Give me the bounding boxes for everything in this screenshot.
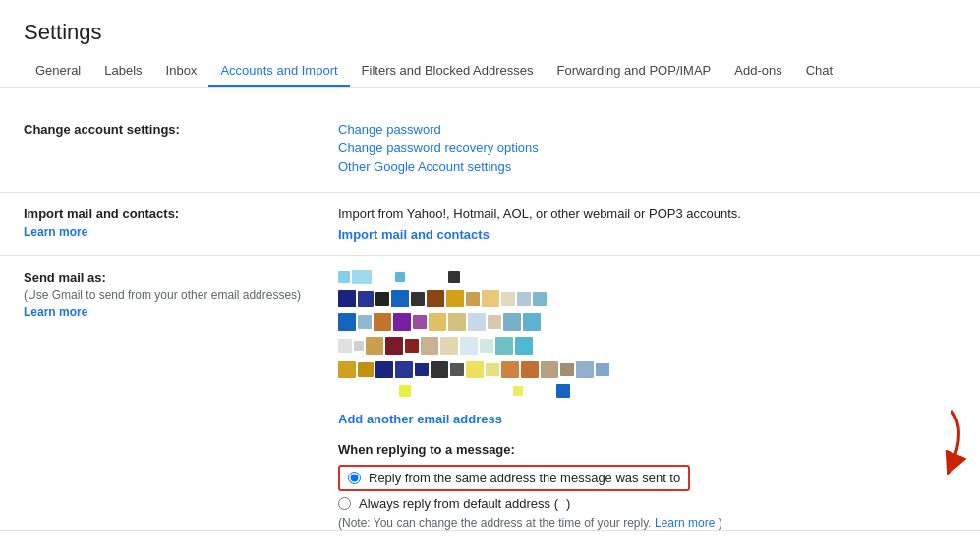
color-sq	[450, 363, 464, 376]
color-sq	[431, 361, 448, 378]
color-sq	[391, 290, 409, 307]
color-sq	[375, 361, 393, 378]
send-mail-learn-more[interactable]: Learn more	[24, 306, 322, 319]
page-title: Settings	[0, 0, 980, 55]
reply-default-radio[interactable]	[338, 497, 351, 510]
color-sq	[352, 270, 372, 284]
add-email-link[interactable]: Add another email address	[338, 412, 502, 426]
color-sq	[413, 315, 427, 329]
color-sq	[358, 315, 372, 329]
color-sq	[395, 361, 413, 378]
color-sq	[354, 341, 364, 351]
color-sq	[533, 292, 547, 306]
send-mail-label-area: Send mail as: (Use Gmail to send from yo…	[24, 270, 338, 319]
import-action-link[interactable]: Import mail and contacts	[338, 227, 490, 242]
color-sq	[411, 292, 425, 306]
color-sq	[338, 313, 356, 331]
color-sq	[576, 361, 594, 378]
color-sq	[446, 290, 464, 307]
color-sq	[513, 386, 523, 396]
color-sq	[399, 385, 411, 397]
tabs-bar: General Labels Inbox Accounts and Import…	[0, 55, 980, 88]
reply-same-option: Reply from the same address the message …	[338, 465, 956, 491]
color-sq	[480, 339, 493, 353]
color-sq	[523, 313, 541, 331]
reply-same-text: Reply from the same address the message …	[369, 471, 680, 485]
avatar-row-2	[338, 290, 956, 307]
color-sq	[515, 337, 533, 355]
color-sq	[503, 313, 521, 331]
other-google-link[interactable]: Other Google Account settings	[338, 159, 956, 174]
tab-chat[interactable]: Chat	[794, 55, 844, 88]
color-sq	[460, 337, 478, 355]
reply-same-radio[interactable]	[348, 472, 361, 484]
color-sq	[466, 361, 484, 378]
tab-accounts-import[interactable]: Accounts and Import	[208, 55, 349, 88]
when-replying-label: When replying to a message:	[338, 442, 956, 457]
reply-same-highlighted: Reply from the same address the message …	[338, 465, 690, 491]
color-sq	[429, 313, 446, 331]
import-description: Import from Yahoo!, Hotmail, AOL, or oth…	[338, 206, 956, 221]
import-learn-more[interactable]: Learn more	[24, 225, 322, 239]
reply-default-option: Always reply from default address ( )	[338, 496, 956, 511]
color-sq	[596, 363, 609, 376]
color-sq	[405, 339, 419, 353]
color-sq	[495, 337, 513, 355]
color-sq	[358, 362, 374, 377]
color-sq	[488, 315, 501, 329]
import-label-area: Import mail and contacts: Learn more	[24, 206, 338, 239]
color-sq	[486, 363, 499, 376]
send-mail-sublabel: (Use Gmail to send from your other email…	[24, 288, 322, 302]
tab-addons[interactable]: Add-ons	[722, 55, 793, 88]
change-account-label: Change account settings:	[24, 122, 338, 137]
settings-content: Change account settings: Change password…	[0, 88, 980, 531]
color-sq	[385, 337, 403, 355]
avatar-row-3	[338, 313, 956, 331]
change-recovery-link[interactable]: Change password recovery options	[338, 140, 956, 155]
import-label: Import mail and contacts:	[24, 206, 179, 221]
tab-labels[interactable]: Labels	[92, 55, 153, 88]
color-sq	[374, 313, 391, 331]
avatar-row-4	[338, 337, 956, 355]
import-row: Import mail and contacts: Learn more Imp…	[0, 193, 980, 256]
color-sq	[560, 363, 574, 376]
color-sq	[501, 292, 515, 306]
color-sq	[517, 292, 531, 306]
note-learn-more[interactable]: Learn more	[655, 516, 715, 530]
send-mail-row: Send mail as: (Use Gmail to send from yo…	[0, 256, 980, 531]
color-sq	[448, 313, 466, 331]
color-sq	[482, 290, 499, 307]
color-sq	[393, 313, 411, 331]
color-sq	[375, 292, 389, 306]
change-account-row: Change account settings: Change password…	[0, 108, 980, 193]
color-sq	[338, 361, 356, 378]
color-sq	[521, 361, 539, 378]
tab-inbox[interactable]: Inbox	[154, 55, 209, 88]
avatar-row-1	[338, 270, 956, 284]
color-sq	[358, 291, 374, 307]
change-password-link[interactable]: Change password	[338, 122, 956, 137]
tab-filters[interactable]: Filters and Blocked Addresses	[350, 55, 546, 88]
send-mail-content: Add another email address When replying …	[338, 270, 956, 530]
avatar-row-5	[338, 361, 956, 378]
color-sq	[395, 272, 405, 282]
send-mail-label: Send mail as:	[24, 270, 106, 285]
import-content: Import from Yahoo!, Hotmail, AOL, or oth…	[338, 206, 956, 242]
color-sq	[427, 290, 444, 307]
reply-options: Reply from the same address the message …	[338, 465, 956, 530]
note-text-content: (Note: You can change the address at the…	[338, 516, 652, 530]
color-sq	[468, 313, 486, 331]
color-sq	[415, 363, 429, 376]
tab-general[interactable]: General	[24, 55, 92, 88]
color-sq	[556, 384, 570, 398]
change-account-content: Change password Change password recovery…	[338, 122, 956, 178]
color-sq	[448, 271, 460, 283]
color-sq	[338, 290, 356, 307]
color-sq	[440, 337, 458, 355]
avatar-row-6	[338, 384, 956, 398]
reply-default-text: Always reply from default address (	[359, 496, 558, 511]
color-sq	[366, 337, 383, 355]
color-sq	[466, 292, 480, 306]
reply-default-suffix: )	[566, 496, 570, 511]
tab-forwarding[interactable]: Forwarding and POP/IMAP	[545, 55, 722, 88]
